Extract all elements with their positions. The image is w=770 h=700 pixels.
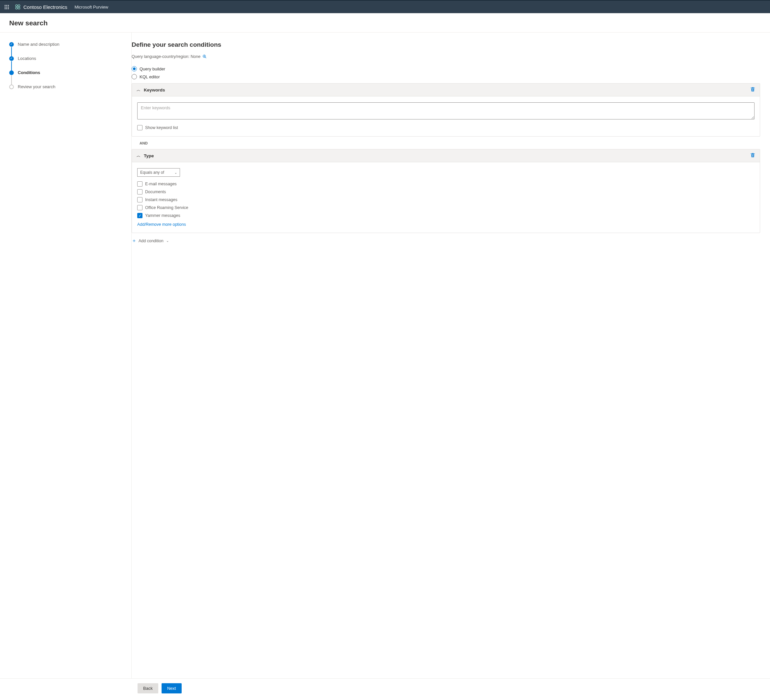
radio-query-builder[interactable]: Query builder [132,65,760,73]
type-option-instant-messages[interactable]: Instant messages [137,197,755,203]
type-option-yammer[interactable]: Yammer messages [137,213,755,218]
chevron-up-icon: ︿ [137,87,141,93]
radio-icon [132,74,137,79]
radio-label: Query builder [139,66,165,71]
checkbox-label: E-mail messages [145,181,177,186]
operator-value: Equals any of [140,170,164,175]
keywords-card-header[interactable]: ︿ Keywords [132,84,760,96]
svg-point-1 [18,5,20,6]
type-option-email[interactable]: E-mail messages [137,181,755,186]
svg-point-2 [15,7,18,9]
page-title: New search [9,19,761,27]
checkbox-icon [137,213,142,218]
step-dot-icon [9,42,14,47]
product-name: Microsoft Purview [74,5,108,10]
topbar: Contoso Electronics Microsoft Purview [0,0,770,13]
step-label: Name and description [18,42,59,47]
card-title: Keywords [144,88,165,92]
type-options: E-mail messages Documents Instant messag… [137,181,755,218]
type-card-header[interactable]: ︿ Type [132,149,760,162]
checkbox-label: Show keyword list [145,125,178,130]
step-dot-icon [9,70,14,75]
card-title: Type [144,153,154,158]
step-conditions[interactable]: Conditions [9,70,122,84]
query-region-label: Query language-country/region: None [132,54,201,59]
next-button[interactable]: Next [162,683,182,694]
add-condition-button[interactable]: ＋ Add condition ⌄ [132,238,760,244]
svg-point-0 [15,5,18,6]
query-region-row[interactable]: Query language-country/region: None [132,54,760,59]
back-button[interactable]: Back [138,683,158,694]
add-condition-label: Add condition [139,238,163,243]
checkbox-icon [137,125,142,130]
main-content: Define your search conditions Query lang… [132,32,770,678]
plus-icon: ＋ [132,238,137,244]
add-remove-options-link[interactable]: Add/Remove more options [137,222,186,227]
checkbox-label: Instant messages [145,198,177,202]
checkbox-icon [137,205,142,210]
checkbox-label: Yammer messages [145,213,180,218]
step-locations[interactable]: Locations [9,56,122,70]
radio-label: KQL editor [139,75,160,79]
step-label: Conditions [18,70,40,75]
section-heading: Define your search conditions [132,41,760,49]
globe-edit-icon [202,54,207,59]
show-keyword-list-checkbox[interactable]: Show keyword list [137,125,755,130]
chevron-down-icon: ⌄ [175,171,177,174]
checkbox-icon [137,181,142,186]
radio-icon [132,66,137,71]
operator-select[interactable]: Equals any of ⌄ [137,168,180,177]
query-mode-radio-group: Query builder KQL editor [132,65,760,81]
and-connector-label: AND [139,141,760,145]
org-logo-icon [15,4,21,10]
svg-point-3 [18,7,20,9]
body: Name and description Locations Condition… [0,32,770,678]
radio-kql-editor[interactable]: KQL editor [132,73,760,81]
step-name-description[interactable]: Name and description [9,42,122,56]
chevron-up-icon: ︿ [137,153,141,159]
chevron-down-icon: ⌄ [166,239,169,243]
type-card: ︿ Type Equals any of ⌄ E-mail messages [132,149,760,233]
wizard-footer: Back Next [0,678,770,700]
checkbox-icon [137,197,142,203]
step-dot-icon [9,56,14,61]
type-option-documents[interactable]: Documents [137,189,755,194]
org-name: Contoso Electronics [23,4,67,10]
page-header: New search [0,13,770,32]
keywords-input[interactable] [137,102,755,120]
checkbox-icon [137,189,142,194]
type-option-office-roaming[interactable]: Office Roaming Service [137,205,755,210]
delete-icon[interactable] [750,87,755,93]
org-brand: Contoso Electronics [15,4,67,10]
wizard-steps: Name and description Locations Condition… [0,32,132,678]
delete-icon[interactable] [750,153,755,159]
step-review[interactable]: Review your search [9,84,122,89]
checkbox-label: Office Roaming Service [145,205,188,210]
checkbox-label: Documents [145,190,166,194]
keywords-card: ︿ Keywords Show keyword list [132,83,760,136]
app-launcher-icon[interactable] [5,5,9,9]
step-label: Review your search [18,84,55,89]
step-dot-icon [9,84,14,89]
step-label: Locations [18,56,36,61]
